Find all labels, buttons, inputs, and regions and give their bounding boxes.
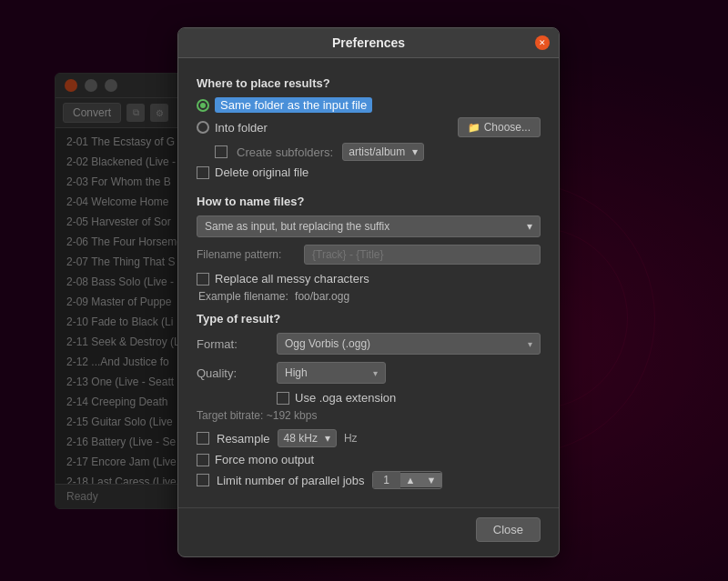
- type-of-result-header: Type of result?: [197, 312, 541, 326]
- dialog-close-icon[interactable]: ✕: [535, 35, 550, 50]
- resample-select[interactable]: 48 kHz ▾: [278, 429, 337, 447]
- oga-extension-check[interactable]: [277, 392, 289, 405]
- resample-arrow-icon: ▾: [325, 432, 330, 445]
- parallel-jobs-check[interactable]: [197, 474, 209, 486]
- into-folder-row[interactable]: Into folder: [197, 121, 449, 135]
- into-folder-label: Into folder: [215, 121, 268, 135]
- preferences-dialog: Preferences ✕ Where to place results? Sa…: [177, 27, 560, 557]
- naming-dropdown[interactable]: Same as input, but replacing the suffix …: [197, 215, 541, 237]
- close-button[interactable]: Close: [476, 517, 541, 542]
- stepper-up-button[interactable]: ▲: [400, 473, 421, 487]
- subfolder-select[interactable]: artist/album ▾: [342, 143, 424, 161]
- delete-original-check[interactable]: [197, 166, 209, 179]
- create-subfolders-check[interactable]: [215, 145, 228, 158]
- dialog-body: Where to place results? Same folder as t…: [178, 58, 559, 507]
- hz-label: Hz: [344, 432, 358, 445]
- into-folder-radio[interactable]: [197, 121, 209, 134]
- delete-original-row[interactable]: Delete original file: [197, 165, 541, 179]
- format-select[interactable]: Ogg Vorbis (.ogg) ▾: [277, 333, 541, 355]
- bitrate-info: Target bitrate: ~192 kbps: [197, 409, 541, 422]
- example-label: Example filename:: [198, 290, 288, 303]
- how-to-name-header: How to name files?: [197, 195, 541, 208]
- replace-messy-row[interactable]: Replace all messy characters: [197, 272, 541, 285]
- stepper-down-button[interactable]: ▼: [420, 473, 441, 487]
- oga-extension-row[interactable]: Use .oga extension: [277, 391, 541, 405]
- folder-icon: 📁: [468, 122, 480, 134]
- resample-value: 48 kHz: [284, 432, 318, 445]
- subfolder-value: artist/album: [349, 145, 405, 158]
- quality-label: Quality:: [197, 366, 269, 380]
- format-label: Format:: [197, 337, 269, 351]
- format-arrow-icon: ▾: [528, 339, 532, 349]
- choose-button-label: Choose...: [484, 121, 531, 134]
- replace-messy-label: Replace all messy characters: [215, 272, 369, 285]
- naming-option-label: Same as input, but replacing the suffix: [205, 220, 389, 233]
- where-to-place-header: Where to place results?: [197, 76, 541, 90]
- force-mono-label: Force mono output: [215, 453, 314, 466]
- same-folder-label: Same folder as the input file: [215, 97, 372, 113]
- parallel-jobs-stepper[interactable]: 1 ▲ ▼: [372, 471, 443, 489]
- same-folder-radio[interactable]: [197, 99, 209, 112]
- parallel-jobs-value: 1: [373, 472, 400, 488]
- choose-folder-button[interactable]: 📁 Choose...: [458, 117, 541, 137]
- force-mono-check[interactable]: [197, 454, 209, 466]
- quality-row: Quality: High ▾: [197, 362, 541, 384]
- naming-dropdown-arrow: ▾: [527, 220, 532, 233]
- create-subfolders-label: Create subfolders:: [237, 145, 333, 159]
- pattern-label: Filename pattern:: [197, 248, 297, 261]
- pattern-input[interactable]: [304, 245, 541, 265]
- parallel-jobs-label: Limit number of parallel jobs: [217, 474, 365, 487]
- example-value: foo/bar.ogg: [295, 290, 349, 303]
- same-folder-row[interactable]: Same folder as the input file: [197, 97, 541, 113]
- resample-label: Resample: [217, 432, 270, 446]
- resample-check[interactable]: [197, 432, 209, 445]
- format-row: Format: Ogg Vorbis (.ogg) ▾: [197, 333, 541, 355]
- format-value: Ogg Vorbis (.ogg): [285, 337, 370, 350]
- dialog-title: Preferences: [332, 35, 405, 50]
- filename-pattern-row: Filename pattern:: [197, 245, 541, 265]
- delete-original-label: Delete original file: [215, 165, 308, 179]
- dialog-titlebar: Preferences ✕: [178, 28, 559, 58]
- subfolder-row: Create subfolders: artist/album ▾: [215, 143, 541, 161]
- example-filename-text: Example filename: foo/bar.ogg: [198, 290, 541, 303]
- dialog-footer: Close: [178, 507, 559, 556]
- quality-arrow-icon: ▾: [373, 368, 378, 378]
- oga-extension-label: Use .oga extension: [295, 391, 396, 405]
- quality-select[interactable]: High ▾: [277, 362, 386, 384]
- quality-value: High: [285, 366, 308, 379]
- subfolder-arrow-icon: ▾: [412, 145, 418, 158]
- replace-messy-check[interactable]: [197, 273, 209, 285]
- force-mono-row[interactable]: Force mono output: [197, 453, 541, 466]
